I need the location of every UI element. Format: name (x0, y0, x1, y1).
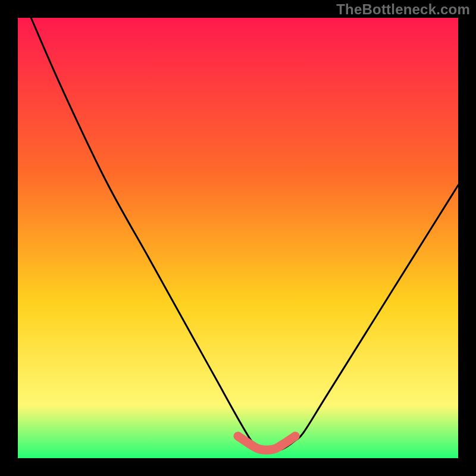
chart-frame: TheBottleneck.com (0, 0, 476, 476)
chart-plot-area (18, 18, 458, 458)
chart-svg (18, 18, 458, 458)
chart-background-gradient (18, 18, 458, 458)
watermark-text: TheBottleneck.com (336, 1, 470, 18)
